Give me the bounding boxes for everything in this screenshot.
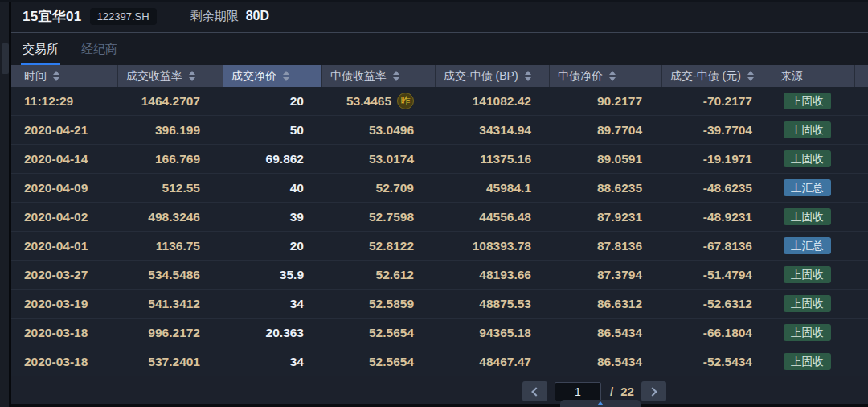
source-badge: 上固收 xyxy=(784,208,831,225)
column-header-cdb-yield[interactable]: 中债收益率 xyxy=(321,65,435,87)
cell-exec-yield: 166.769 xyxy=(117,145,223,173)
cell-time: 2020-03-18 xyxy=(11,319,117,347)
table-header-row: 时间成交收益率成交净价中债收益率成交-中债 (BP)中债净价成交-中债 (元)来… xyxy=(11,65,868,87)
sort-icon[interactable] xyxy=(283,71,289,81)
sort-icon[interactable] xyxy=(609,71,616,81)
table-row[interactable]: 2020-04-011136.752052.8122108393.7887.81… xyxy=(11,232,868,261)
cell-exec-yield: 534.5486 xyxy=(117,261,223,289)
sort-icon[interactable] xyxy=(525,71,531,81)
column-header-price[interactable]: 成交净价 xyxy=(223,65,321,87)
cell-time: 2020-03-19 xyxy=(11,290,117,318)
cell-diff-bp: 108393.78 xyxy=(435,232,549,260)
left-scrollbar-thumb[interactable] xyxy=(2,43,9,74)
cell-cdb-price: 89.0591 xyxy=(549,145,661,173)
cell-diff-yuan: -48.9231 xyxy=(661,203,772,231)
pagination-prev-button[interactable] xyxy=(522,381,547,401)
cell-cdb-yield: 52.612 xyxy=(321,261,435,289)
cell-exec-price: 39 xyxy=(223,203,321,231)
cdb-yield-value: 53.0174 xyxy=(369,152,414,166)
column-header-yield[interactable]: 成交收益率 xyxy=(117,65,223,87)
sort-icon[interactable] xyxy=(189,71,195,81)
cell-diff-yuan: -48.6235 xyxy=(661,174,772,202)
cell-diff-yuan: -70.2177 xyxy=(661,87,772,115)
cell-cdb-yield: 53.0174 xyxy=(321,145,435,173)
pagination-next-button[interactable] xyxy=(641,381,666,401)
column-header-time[interactable]: 时间 xyxy=(11,65,117,87)
cell-cdb-price: 87.8136 xyxy=(549,232,661,260)
cell-time: 2020-03-18 xyxy=(11,347,117,376)
table-row[interactable]: 2020-04-09512.554052.70945984.188.6235-4… xyxy=(11,174,868,203)
table-row[interactable]: 2020-03-19541.34123452.585948875.5386.63… xyxy=(11,290,868,319)
cell-cdb-price: 87.3794 xyxy=(549,261,661,289)
source-badge: 上汇总 xyxy=(784,237,831,254)
maturity-value: 80D xyxy=(246,9,269,23)
cell-source: 上固收 xyxy=(772,319,854,347)
cell-source: 上固收 xyxy=(772,203,854,231)
source-badge: 上固收 xyxy=(784,324,831,341)
cell-cdb-price: 86.5434 xyxy=(549,347,661,376)
cell-diff-yuan: -66.1804 xyxy=(661,319,772,347)
maturity-label: 剩余期限 xyxy=(190,9,239,24)
column-label: 中债净价 xyxy=(558,69,603,84)
column-label: 时间 xyxy=(24,69,47,84)
cdb-yield-value: 52.5859 xyxy=(369,297,414,311)
cell-cdb-yield: 53.4465昨 xyxy=(321,87,435,115)
table-row[interactable]: 2020-03-27534.548635.952.61248193.6687.3… xyxy=(11,261,868,290)
cell-source: 上固收 xyxy=(772,347,854,376)
table-row[interactable]: 2020-03-18537.24013452.565448467.4786.54… xyxy=(11,347,868,376)
cdb-yield-value: 52.612 xyxy=(376,268,414,282)
left-scrollbar-track xyxy=(0,0,9,407)
cell-source: 上汇总 xyxy=(772,232,854,260)
table-row[interactable]: 2020-04-14166.76969.86253.017411375.1689… xyxy=(11,145,868,174)
cell-cdb-price: 90.2177 xyxy=(549,87,661,115)
bond-detail-panel: 15宜华01 122397.SH 剩余期限 80D 交易所 经纪商 时间成交收益… xyxy=(0,0,868,407)
source-badge: 上固收 xyxy=(784,353,831,370)
cell-cdb-price: 88.6235 xyxy=(549,174,661,202)
sort-icon[interactable] xyxy=(747,71,754,81)
chevron-left-icon xyxy=(531,387,540,396)
cell-diff-bp: 48467.47 xyxy=(435,347,549,376)
cell-cdb-yield: 52.709 xyxy=(321,174,435,202)
cdb-yield-value: 52.8122 xyxy=(369,239,414,253)
table-row[interactable]: 2020-03-18996.217220.36352.565494365.188… xyxy=(11,319,868,347)
cell-source: 上固收 xyxy=(772,261,854,289)
table-row[interactable]: 11:12:291464.27072053.4465昨141082.4290.2… xyxy=(11,87,868,116)
cell-cdb-price: 86.6312 xyxy=(549,290,661,318)
cell-source: 上固收 xyxy=(772,145,854,173)
column-label: 中债收益率 xyxy=(330,69,387,84)
page-number-input[interactable] xyxy=(555,382,601,401)
tab-exchange[interactable]: 交易所 xyxy=(23,42,59,65)
sort-icon[interactable] xyxy=(53,71,59,81)
column-header-cdb-price[interactable]: 中债净价 xyxy=(549,65,661,87)
table-row[interactable]: 2020-04-21396.1995053.049634314.9489.770… xyxy=(11,116,868,145)
cdb-yield-value: 52.709 xyxy=(376,181,414,195)
cell-cdb-price: 87.9231 xyxy=(549,203,661,231)
source-badge: 上固收 xyxy=(784,150,831,167)
cell-time: 2020-04-21 xyxy=(11,116,117,144)
panel-divider xyxy=(9,0,11,407)
column-header-diff-bp[interactable]: 成交-中债 (BP) xyxy=(435,65,549,87)
cell-cdb-yield: 52.5859 xyxy=(321,290,435,318)
sort-icon[interactable] xyxy=(393,71,399,81)
table-row[interactable]: 2020-04-02498.32463952.759844556.4887.92… xyxy=(11,203,868,232)
source-badge: 上固收 xyxy=(784,121,831,138)
scroll-indicator[interactable] xyxy=(560,400,641,407)
cell-time: 2020-04-01 xyxy=(11,232,117,260)
cell-exec-yield: 1464.2707 xyxy=(117,87,223,115)
cell-diff-yuan: -19.1971 xyxy=(661,145,772,173)
window-bottom-edge xyxy=(0,404,868,407)
bond-code-badge: 122397.SH xyxy=(90,8,157,25)
column-label: 成交净价 xyxy=(231,69,276,84)
cell-cdb-yield: 52.5654 xyxy=(321,319,435,347)
cell-cdb-price: 86.5434 xyxy=(549,319,661,347)
cell-diff-yuan: -52.5434 xyxy=(661,347,772,376)
tab-broker[interactable]: 经纪商 xyxy=(81,42,117,65)
cell-exec-yield: 541.3412 xyxy=(117,290,223,318)
column-label: 成交-中债 (BP) xyxy=(444,69,518,84)
column-header-diff-yuan[interactable]: 成交-中债 (元) xyxy=(661,65,772,87)
column-label: 成交收益率 xyxy=(126,69,182,84)
cell-time: 2020-04-02 xyxy=(11,203,117,231)
cdb-yield-value: 52.7598 xyxy=(369,210,414,224)
cell-diff-bp: 141082.42 xyxy=(435,87,549,115)
arrow-up-icon xyxy=(597,401,604,405)
